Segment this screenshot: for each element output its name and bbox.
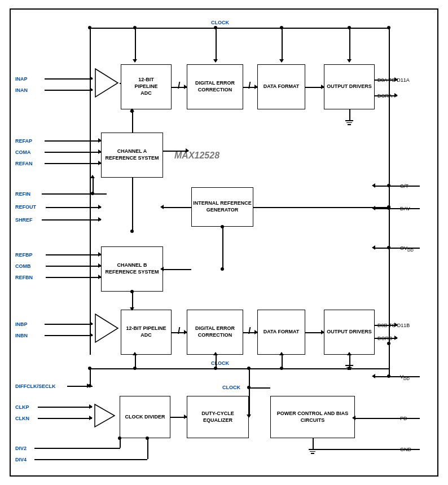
dot-clk-mid-outb xyxy=(348,367,351,370)
refin-label: REFIN xyxy=(15,191,30,197)
arr-adca-deca xyxy=(184,85,187,89)
out-a-box: OUTPUT DRIVERS xyxy=(324,64,375,109)
arr-duty-down xyxy=(247,415,251,418)
refin-v xyxy=(93,178,94,193)
int-ref-label: INTERNAL REFERENCE GENERATOR xyxy=(192,200,253,213)
dot-gt xyxy=(387,184,390,187)
clk-to-deca xyxy=(216,28,217,61)
refout-wire xyxy=(46,207,101,208)
dot-intref-bot xyxy=(221,267,224,271)
refbp-wire xyxy=(46,254,101,255)
dec-a-label: DIGITAL ERROR CORRECTION xyxy=(187,80,243,93)
refa-adca-v xyxy=(132,111,133,133)
inbn-label: INBN xyxy=(15,333,28,338)
clock-bot-label: CLOCK xyxy=(222,385,240,390)
dorb-wire xyxy=(375,338,397,339)
clock-mid-label: CLOCK xyxy=(211,360,229,366)
adc-b-label: 12-BIT PIPELINE ADC xyxy=(121,325,171,338)
ref-a-box: CHANNEL A REFERENCE SYSTEM xyxy=(101,133,163,178)
refbp-label: REFBP xyxy=(15,252,33,258)
duty-cyc-label: DUTY-CYCLE EQUALIZER xyxy=(187,411,248,424)
arr-clk-mid-outb xyxy=(347,352,352,355)
arr-dora xyxy=(394,93,398,98)
inap-arrow xyxy=(90,76,93,81)
dot-right-dav xyxy=(387,205,390,209)
comb-wire xyxy=(46,266,101,267)
intref-v xyxy=(222,227,223,269)
svg-marker-0 xyxy=(95,69,118,97)
arr-refin-up xyxy=(90,175,95,178)
adc-a-label: 12-BIT PIPELINE ADC xyxy=(134,77,157,96)
arr-fmta-outa xyxy=(321,85,324,89)
ground-outa xyxy=(345,120,353,125)
dot-refa-refb xyxy=(130,230,134,233)
duty-pwr-wire xyxy=(249,387,270,389)
diagram-container: MAX12528 CLOCK INAP INAN 12-BIT PIPELINE… xyxy=(10,8,438,477)
dot-clk-adca xyxy=(133,26,137,29)
arr-adcb-decb xyxy=(184,330,187,334)
ref-b-box: CHANNEL B REFERENCE SYSTEM xyxy=(101,246,163,292)
intref-right-h xyxy=(253,207,389,208)
arr-refout xyxy=(98,205,102,209)
gnd-v xyxy=(313,438,314,449)
slash-b1: / xyxy=(178,326,180,336)
coma-label: COMA xyxy=(15,149,31,155)
buf-adc-wire xyxy=(120,83,121,84)
dot-intref-top xyxy=(221,225,224,228)
clk-div-box: CLOCK DIVIDER xyxy=(120,396,170,438)
arr-dorb xyxy=(394,336,398,340)
arr-clk-outa xyxy=(347,59,352,63)
clkn-wire xyxy=(38,418,92,419)
clock-top-label: CLOCK xyxy=(211,20,229,25)
fmt-b-box: DATA FORMAT xyxy=(257,310,305,355)
arr-vdd xyxy=(372,374,375,378)
fmt-a-box: DATA FORMAT xyxy=(257,64,305,109)
dot-clk-left-top xyxy=(88,26,91,29)
gt-wire xyxy=(375,186,420,187)
clkp-wire xyxy=(38,407,92,408)
d0a-wire xyxy=(375,80,397,81)
fmt-a-label: DATA FORMAT xyxy=(263,83,300,90)
duty-clk-v xyxy=(249,387,250,417)
arr-shref xyxy=(98,217,102,222)
refap-wire xyxy=(45,140,101,142)
clk-div-label: CLOCK DIVIDER xyxy=(125,414,165,421)
outa-gnd-v xyxy=(349,109,350,121)
buffer-a xyxy=(93,66,121,100)
clk-to-outa xyxy=(349,28,350,61)
arr-clk-mid-decb xyxy=(213,352,218,355)
arr-diffclk xyxy=(87,383,90,388)
refin-wire xyxy=(42,193,107,195)
gt-v-line xyxy=(389,109,390,186)
arr-gt xyxy=(372,183,375,188)
dec-b-label: DIGITAL ERROR CORRECTION xyxy=(187,325,243,338)
arr-intref-refa xyxy=(160,205,164,209)
refan-wire xyxy=(45,163,101,164)
buffer-b xyxy=(93,311,121,345)
dot-clk-fmta xyxy=(280,26,283,29)
svg-marker-1 xyxy=(95,314,118,342)
slash-b2: / xyxy=(248,326,251,336)
slash-a2: / xyxy=(248,81,251,91)
coma-wire xyxy=(45,152,101,153)
arr-clk-mid-adcb xyxy=(133,352,137,355)
dot-duty-clk-top xyxy=(247,367,251,370)
dora-wire xyxy=(375,95,397,96)
inan-wire xyxy=(45,90,93,91)
refb-adcb-h xyxy=(163,269,188,270)
refout-label: REFOUT xyxy=(15,204,36,210)
svg-marker-2 xyxy=(95,404,115,427)
adc-b-box: 12-BIT PIPELINE ADC xyxy=(121,310,172,355)
ground-pwr xyxy=(309,449,317,454)
clkp-label: CLKP xyxy=(15,404,29,410)
right-v-lower xyxy=(389,248,390,376)
clk-to-fmta xyxy=(282,28,283,61)
arr-clkn xyxy=(89,416,93,420)
vdd-wire xyxy=(375,376,420,377)
inan-label: INAN xyxy=(15,87,28,93)
dot-clk-deca xyxy=(214,26,217,29)
dec-b-box: DIGITAL ERROR CORRECTION xyxy=(187,310,243,355)
dot-clk-outa xyxy=(348,26,351,29)
shref-wire xyxy=(42,219,101,221)
ref-a-label: CHANNEL A REFERENCE SYSTEM xyxy=(102,148,162,161)
